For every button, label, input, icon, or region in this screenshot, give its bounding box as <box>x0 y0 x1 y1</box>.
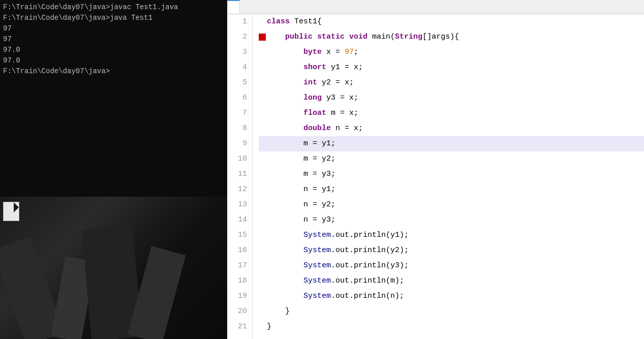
no-breakpoint <box>259 247 266 254</box>
no-breakpoint <box>259 171 266 178</box>
terminal-line: 97.0 <box>3 45 224 55</box>
editor-panel: 123456789101112131415161718192021 class … <box>227 0 644 339</box>
no-breakpoint <box>259 278 266 285</box>
tab-test1-java[interactable] <box>227 0 240 14</box>
no-breakpoint <box>259 110 266 117</box>
terminal-image-area <box>0 197 227 339</box>
editor-tab-bar <box>227 0 644 14</box>
code-line: byte x = 97; <box>259 45 644 60</box>
terminal-line: F:\Train\Code\day07\java>javac Test1.jav… <box>3 2 224 13</box>
no-breakpoint <box>259 232 266 239</box>
file-icon <box>3 202 19 221</box>
code-line: System.out.println(y1); <box>259 228 644 243</box>
line-number: 16 <box>227 243 247 258</box>
code-text: System.out.println(m); <box>267 273 404 289</box>
line-number: 8 <box>227 121 247 136</box>
line-number: 21 <box>227 319 247 334</box>
no-breakpoint <box>259 293 266 300</box>
code-text: n = y1; <box>267 182 335 197</box>
code-line: short y1 = x; <box>259 60 644 75</box>
terminal-output[interactable]: F:\Train\Code\day07\java>javac Test1.jav… <box>0 0 227 197</box>
line-number: 11 <box>227 167 247 182</box>
no-breakpoint <box>259 201 266 208</box>
breakpoint-icon[interactable] <box>259 34 266 41</box>
code-text: byte x = 97; <box>267 45 358 60</box>
no-breakpoint <box>259 217 266 224</box>
no-breakpoint <box>259 64 266 71</box>
code-text: float m = x; <box>267 106 358 121</box>
code-line: } <box>259 319 644 334</box>
code-line: } <box>259 304 644 319</box>
line-number: 6 <box>227 90 247 106</box>
code-line: n = y1; <box>259 182 644 197</box>
code-line: System.out.println(y3); <box>259 258 644 273</box>
code-line: public static void main(String[]args){ <box>259 29 644 45</box>
code-text: m = y1; <box>267 136 335 151</box>
no-breakpoint <box>259 186 266 193</box>
line-number: 2 <box>227 29 247 45</box>
code-text: System.out.println(y3); <box>267 258 409 273</box>
code-line: long y3 = x; <box>259 90 644 106</box>
line-number: 15 <box>227 228 247 243</box>
code-text: System.out.println(n); <box>267 289 404 304</box>
terminal-panel: F:\Train\Code\day07\java>javac Test1.jav… <box>0 0 227 339</box>
code-text: short y1 = x; <box>267 60 363 75</box>
code-text: m = y3; <box>267 167 335 182</box>
code-text: long y3 = x; <box>267 90 358 106</box>
no-breakpoint <box>259 262 266 269</box>
line-number: 10 <box>227 151 247 167</box>
code-text: int y2 = x; <box>267 75 354 90</box>
line-number: 14 <box>227 212 247 228</box>
line-number: 3 <box>227 45 247 60</box>
file-icon-area <box>3 202 19 222</box>
line-number: 19 <box>227 289 247 304</box>
code-line: n = y3; <box>259 212 644 228</box>
line-number: 12 <box>227 182 247 197</box>
line-number: 1 <box>227 14 247 29</box>
line-number: 17 <box>227 258 247 273</box>
code-text: double n = x; <box>267 121 363 136</box>
no-breakpoint <box>259 156 266 163</box>
code-line: System.out.println(y2); <box>259 243 644 258</box>
no-breakpoint <box>259 323 266 330</box>
code-text: public static void main(String[]args){ <box>267 29 459 45</box>
terminal-line: 97.0 <box>3 55 224 66</box>
terminal-line: 97 <box>3 23 224 34</box>
no-breakpoint <box>259 125 266 132</box>
code-text: } <box>267 319 271 334</box>
code-text: } <box>267 304 290 319</box>
line-number: 9 <box>227 136 247 151</box>
line-numbers: 123456789101112131415161718192021 <box>227 14 253 339</box>
code-text: n = y3; <box>267 212 335 228</box>
code-area[interactable]: 123456789101112131415161718192021 class … <box>227 14 644 339</box>
code-text: m = y2; <box>267 151 335 167</box>
code-line: m = y3; <box>259 167 644 182</box>
no-breakpoint <box>259 49 266 56</box>
code-text: class Test1{ <box>267 14 322 29</box>
code-line: m = y2; <box>259 151 644 167</box>
terminal-line: 97 <box>3 34 224 45</box>
code-line: System.out.println(n); <box>259 289 644 304</box>
line-number: 18 <box>227 273 247 289</box>
code-line: class Test1{ <box>259 14 644 29</box>
no-breakpoint <box>259 308 266 315</box>
no-breakpoint <box>259 18 266 25</box>
code-line: n = y2; <box>259 197 644 212</box>
code-line: System.out.println(m); <box>259 273 644 289</box>
code-text: n = y2; <box>267 197 335 212</box>
code-text: System.out.println(y2); <box>267 243 409 258</box>
line-number: 5 <box>227 75 247 90</box>
code-content[interactable]: class Test1{ public static void main(Str… <box>253 14 644 339</box>
no-breakpoint <box>259 140 266 147</box>
code-line: m = y1; <box>259 136 644 151</box>
no-breakpoint <box>259 79 266 86</box>
line-number: 20 <box>227 304 247 319</box>
code-line: double n = x; <box>259 121 644 136</box>
code-line: float m = x; <box>259 106 644 121</box>
terminal-line: F:\Train\Code\day07\java>java Test1 <box>3 13 224 23</box>
line-number: 7 <box>227 106 247 121</box>
code-line: int y2 = x; <box>259 75 644 90</box>
terminal-line: F:\Train\Code\day07\java> <box>3 66 224 77</box>
line-number: 13 <box>227 197 247 212</box>
code-text: System.out.println(y1); <box>267 228 409 243</box>
